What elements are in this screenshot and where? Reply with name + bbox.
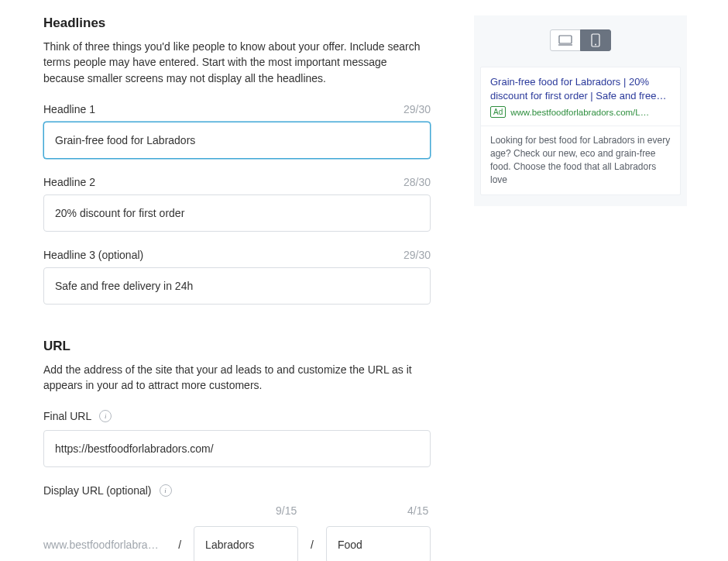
desktop-toggle[interactable] — [550, 29, 581, 51]
device-toggle — [480, 29, 681, 51]
mobile-icon — [591, 33, 600, 47]
display-url-counters: 9/15 4/15 — [43, 504, 431, 520]
headline-1-label: Headline 1 — [43, 103, 95, 115]
path1-input[interactable] — [194, 526, 298, 561]
url-title: URL — [43, 339, 431, 354]
headline-1-counter: 29/30 — [403, 103, 431, 115]
ad-preview-description: Looking for best food for Labradors in e… — [490, 134, 671, 186]
final-url-input[interactable] — [43, 430, 431, 467]
headline-3-label: Headline 3 (optional) — [43, 249, 143, 261]
ad-preview-title: Grain-free food for Labradors | 20% disc… — [490, 75, 671, 103]
slash-separator: / — [166, 539, 194, 551]
ad-badge: Ad — [490, 106, 506, 118]
headline-2-input[interactable] — [43, 194, 431, 232]
display-url-row: www.bestfoodforlabra… / / — [43, 526, 431, 561]
headline-3-input[interactable] — [43, 267, 431, 305]
headlines-title: Headlines — [43, 15, 431, 31]
ad-preview-url-row: Ad www.bestfoodforlabradors.com/L… — [490, 106, 671, 118]
headline-3-counter: 29/30 — [403, 249, 431, 261]
path2-counter: 4/15 — [407, 504, 428, 517]
display-url-label: Display URL (optional) — [43, 484, 152, 497]
ad-preview-card: Grain-free food for Labradors | 20% disc… — [480, 67, 681, 195]
final-url-label-row: Final URL i — [43, 410, 431, 422]
path1-counter: 9/15 — [276, 504, 297, 517]
headline-3-row: Headline 3 (optional) 29/30 — [43, 249, 431, 261]
headlines-description: Think of three things you'd like people … — [43, 39, 431, 86]
domain-prefix: www.bestfoodforlabra… — [43, 539, 166, 551]
ad-preview-url: www.bestfoodforlabradors.com/L… — [510, 108, 649, 117]
info-icon[interactable]: i — [99, 410, 112, 422]
svg-rect-0 — [559, 36, 572, 43]
path2-input[interactable] — [326, 526, 431, 561]
desktop-icon — [558, 35, 572, 46]
preview-column: Grain-free food for Labradors | 20% disc… — [474, 15, 687, 206]
url-description: Add the address of the site that your ad… — [43, 362, 431, 394]
ad-divider — [481, 126, 680, 126]
mobile-toggle[interactable] — [580, 29, 611, 51]
headline-1-input[interactable] — [43, 122, 431, 159]
form-column: Headlines Think of three things you'd li… — [43, 15, 431, 561]
info-icon[interactable]: i — [160, 484, 172, 497]
headline-2-counter: 28/30 — [403, 176, 431, 188]
final-url-label: Final URL — [43, 410, 91, 422]
display-url-label-row: Display URL (optional) i — [43, 484, 431, 497]
svg-point-3 — [595, 44, 596, 46]
slash-separator: / — [298, 539, 326, 551]
headline-2-label: Headline 2 — [43, 176, 95, 188]
headline-2-row: Headline 2 28/30 — [43, 176, 431, 188]
headline-1-row: Headline 1 29/30 — [43, 103, 431, 115]
